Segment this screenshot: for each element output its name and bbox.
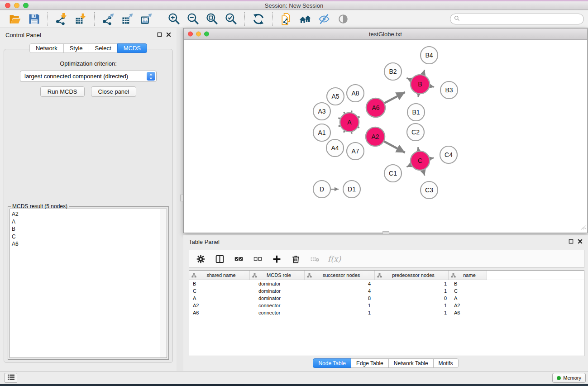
graph-edge-C-C3[interactable] <box>423 170 425 176</box>
export-network-button[interactable] <box>100 12 116 26</box>
table-body: Bdominator41BCdominator41CAdominator80AA… <box>189 280 584 316</box>
graph-edge-A-A6[interactable] <box>358 117 359 118</box>
table-row[interactable]: Bdominator41B <box>189 280 584 287</box>
close-panel-button[interactable]: Close panel <box>91 86 137 97</box>
graph-edge-A-A7[interactable] <box>351 132 352 134</box>
graph-edge-C-C2[interactable] <box>418 147 418 151</box>
graph-node-label: B3 <box>445 86 453 94</box>
close-panel-icon[interactable] <box>166 31 171 39</box>
zoom-selected-button[interactable] <box>223 12 239 26</box>
search-box[interactable] <box>450 14 584 24</box>
export-table-button[interactable] <box>119 12 135 26</box>
criterion-dropdown[interactable]: largest connected component (directed) <box>20 71 157 82</box>
memory-button[interactable]: Memory <box>552 373 586 383</box>
float-panel-icon[interactable] <box>569 238 574 246</box>
result-scrollbar[interactable] <box>160 209 167 357</box>
export-image-button[interactable] <box>138 12 154 26</box>
float-panel-icon[interactable] <box>157 31 162 39</box>
desktop-wallpaper-strip-bottom <box>0 384 588 386</box>
vertical-splitter-handle[interactable] <box>180 195 183 201</box>
save-session-button[interactable] <box>26 12 42 26</box>
tab-mcds[interactable]: MCDS <box>117 43 147 53</box>
graph-edge-A2-C[interactable] <box>384 141 405 152</box>
graph-edge-A-A4[interactable] <box>344 131 344 133</box>
zoom-fit-button[interactable] <box>204 12 220 26</box>
task-history-button[interactable] <box>5 373 17 383</box>
graph-edge-A6-B[interactable] <box>384 92 405 103</box>
column-header-MCDS-role[interactable]: MCDS role <box>250 271 305 280</box>
graph-edge-B-B2[interactable] <box>406 78 411 80</box>
mcds-result-list[interactable]: A2ABCA6 <box>10 209 167 358</box>
graph-edge-A-A8[interactable] <box>351 111 352 113</box>
import-table-button[interactable] <box>72 12 89 26</box>
column-label: predecessor nodes <box>392 272 438 278</box>
duplicate-network-button[interactable] <box>278 12 294 26</box>
table-cell: connector <box>250 309 305 316</box>
run-mcds-button[interactable]: Run MCDS <box>40 86 85 97</box>
graph-node-label: C3 <box>425 186 433 194</box>
graph-edge-C-C4[interactable] <box>430 158 434 159</box>
zoom-window-button[interactable] <box>23 3 29 8</box>
graph-edge-A-A2[interactable] <box>358 127 359 128</box>
column-header-successor-nodes[interactable]: successor nodes <box>305 271 375 280</box>
result-item: A6 <box>12 240 167 248</box>
zoom-out-button[interactable] <box>185 12 201 26</box>
graph-edge-A-A5[interactable] <box>344 112 345 114</box>
column-header-shared-name[interactable]: shared name <box>189 271 250 280</box>
tab-network[interactable]: Network <box>29 43 64 53</box>
delete-column-button[interactable] <box>290 253 301 265</box>
graph-edge-C-C1[interactable] <box>406 165 411 167</box>
table-row[interactable]: Adominator80A <box>189 295 584 302</box>
home-button[interactable] <box>297 12 313 26</box>
import-network-button[interactable] <box>53 12 70 26</box>
tab-style[interactable]: Style <box>63 43 89 53</box>
search-input[interactable] <box>462 16 583 22</box>
open-session-button[interactable] <box>7 12 23 26</box>
close-panel-icon[interactable] <box>578 238 583 246</box>
column-header-predecessor-nodes[interactable]: predecessor nodes <box>375 271 449 280</box>
search-icon <box>454 15 460 23</box>
column-header-name[interactable]: name <box>449 271 487 280</box>
graph-edge-A-A3[interactable] <box>339 118 340 119</box>
tab-edge-table[interactable]: Edge Table <box>351 358 389 368</box>
tab-network-table[interactable]: Network Table <box>388 358 434 368</box>
table-row[interactable]: Cdominator41C <box>189 287 584 295</box>
show-graphics-details-button[interactable] <box>335 12 351 26</box>
network-zoom-button[interactable] <box>204 32 209 37</box>
network-canvas[interactable]: B4B2BB3B1A5A8A6A3AA1C2A4A7A2CC4C1C3DD1 <box>184 40 587 233</box>
refresh-layout-button[interactable] <box>250 12 267 26</box>
add-column-button[interactable] <box>271 253 282 265</box>
result-item: C <box>12 233 167 241</box>
graph-node-label: A <box>347 119 352 126</box>
main-titlebar: Session: New Session <box>0 1 588 10</box>
network-close-button[interactable] <box>188 32 193 37</box>
toolbar-separator <box>244 12 245 26</box>
deselect-all-columns-button[interactable] <box>252 253 263 265</box>
select-all-columns-button[interactable] <box>233 253 244 265</box>
network-view-window: testGlobe.txt B4B2BB3B1A5A8A6A3AA1C2A4A7… <box>183 28 588 233</box>
window-resize-grip[interactable] <box>580 224 586 232</box>
graph-node-label: A7 <box>351 148 359 155</box>
table-row[interactable]: A6connector11A6 <box>189 309 584 316</box>
tab-motifs[interactable]: Motifs <box>433 358 459 368</box>
network-minimize-button[interactable] <box>196 32 201 37</box>
graph-edge-A-A1[interactable] <box>339 126 340 126</box>
zoom-in-button[interactable] <box>166 12 182 26</box>
network-graph: B4B2BB3B1A5A8A6A3AA1C2A4A7A2CC4C1C3DD1 <box>184 40 587 233</box>
toggle-columns-button[interactable] <box>214 253 225 265</box>
network-window-titlebar: testGlobe.txt <box>184 29 587 40</box>
close-window-button[interactable] <box>5 3 10 8</box>
graph-edge-B-B4[interactable] <box>423 70 425 75</box>
graph-edge-B-B3[interactable] <box>430 86 435 87</box>
hide-graphics-details-button[interactable] <box>316 12 332 26</box>
table-panel: Table Panel f(x) shared nameMCDS rolesuc… <box>183 235 588 371</box>
minimize-window-button[interactable] <box>14 3 19 8</box>
tab-select[interactable]: Select <box>89 43 118 53</box>
table-cell: C <box>189 287 250 295</box>
tab-node-table[interactable]: Node Table <box>313 358 351 368</box>
table-row[interactable]: A2connector11A2 <box>189 302 584 309</box>
horizontal-splitter-handle[interactable] <box>382 231 389 234</box>
graph-node-label: D1 <box>348 186 356 193</box>
settings-gear-button[interactable] <box>195 253 206 265</box>
graph-edge-B-B1[interactable] <box>418 94 419 97</box>
